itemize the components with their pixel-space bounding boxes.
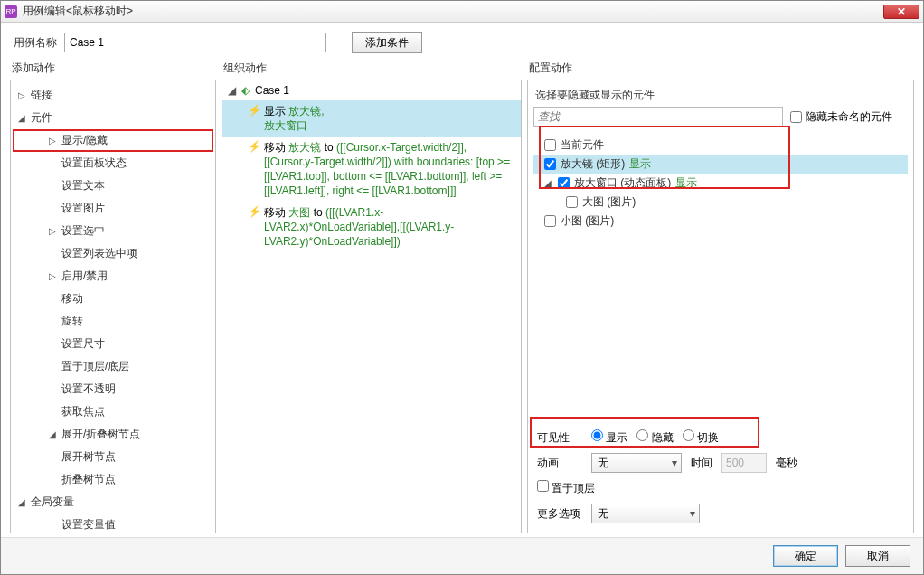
bring-top-toggle[interactable]: 置于顶层	[537, 480, 595, 496]
chevron-down-icon: ◢	[18, 497, 27, 507]
chevron-right-icon: ▷	[49, 271, 58, 281]
tree-set-var[interactable]: 设置变量值	[13, 514, 213, 533]
animation-row: 动画 无 时间 毫秒	[533, 449, 908, 476]
close-button[interactable]: ✕	[883, 5, 919, 19]
action-text: 显示 放大镜, 放大窗口	[264, 104, 515, 133]
organize-action-column: 组织动作 ◢ ⬖ Case 1 ⚡ 显示 放大镜, 放大窗口 ⚡ 移动 放大镜 …	[222, 59, 522, 533]
add-action-header: 添加动作	[10, 59, 216, 80]
configure-action-column: 配置动作 选择要隐藏或显示的元件 隐藏未命名的元件 当前元件	[527, 59, 914, 533]
tree-global-var[interactable]: ◢全局变量	[13, 491, 213, 514]
widget-magnifier[interactable]: 放大镜 (矩形) 显示	[533, 155, 908, 174]
chevron-right-icon: ▷	[49, 226, 58, 236]
more-options-label: 更多选项	[537, 506, 582, 522]
chevron-down-icon: ◢	[228, 84, 236, 97]
action-text: 移动 大图 to ([[(LVAR1.x-LVAR2.x)*OnLoadVari…	[264, 205, 515, 249]
widget-checkbox[interactable]	[558, 177, 570, 189]
chevron-down-icon: ◢	[18, 113, 27, 123]
more-options-select[interactable]: 无	[591, 504, 700, 523]
lightning-icon: ⚡	[248, 104, 259, 117]
bring-top-row: 置于顶层	[533, 476, 908, 500]
app-icon: RP	[5, 5, 17, 18]
widget-checkbox[interactable]	[544, 158, 556, 170]
tree-set-image[interactable]: 设置图片	[13, 197, 213, 220]
tree-set-size[interactable]: 设置尺寸	[13, 333, 213, 355]
chevron-right-icon: ▷	[49, 136, 58, 146]
widget-big-image[interactable]: 大图 (图片)	[533, 193, 908, 212]
hide-unnamed-checkbox[interactable]	[790, 111, 802, 123]
widget-current[interactable]: 当前元件	[533, 136, 908, 155]
time-input	[721, 453, 767, 473]
titlebar: RP 用例编辑<鼠标移动时> ✕	[1, 1, 923, 23]
action-text: 移动 放大镜 to ([[Cursor.x-Target.width/2]],[…	[264, 140, 515, 198]
tree-link[interactable]: ▷链接	[13, 84, 213, 107]
chevron-down-icon: ◢	[544, 178, 553, 188]
widget-small-image[interactable]: 小图 (图片)	[533, 212, 908, 231]
tree-set-text[interactable]: 设置文本	[13, 174, 213, 197]
visibility-row: 可见性 显示 隐藏 切换	[533, 426, 908, 449]
tree-collapse-tree[interactable]: 折叠树节点	[13, 468, 213, 491]
widget-checkbox[interactable]	[544, 139, 556, 151]
lightning-icon: ⚡	[248, 205, 259, 218]
tree-expand-collapse[interactable]: ◢展开/折叠树节点	[13, 423, 213, 446]
cancel-button[interactable]: 取消	[845, 545, 910, 567]
case-action-list[interactable]: ◢ ⬖ Case 1 ⚡ 显示 放大镜, 放大窗口 ⚡ 移动 放大镜 to ([…	[222, 80, 522, 533]
more-options-row: 更多选项 无	[533, 500, 908, 527]
time-label: 时间	[691, 456, 712, 471]
tree-panel-state[interactable]: 设置面板状态	[13, 152, 213, 174]
add-action-column: 添加动作 ▷链接 ◢元件 ▷显示/隐藏 设置面板状态 设置文本 设置图片 ▷设置…	[10, 59, 216, 533]
dialog-footer: 确定 取消	[1, 537, 923, 574]
dialog-window: RP 用例编辑<鼠标移动时> ✕ 用例名称 添加条件 添加动作 ▷链接 ◢元件 …	[0, 0, 924, 575]
animation-select[interactable]: 无	[591, 453, 682, 473]
radio-toggle[interactable]: 切换	[683, 429, 719, 446]
action-move-2[interactable]: ⚡ 移动 大图 to ([[(LVAR1.x-LVAR2.x)*OnLoadVa…	[222, 202, 521, 252]
tree-bring-front[interactable]: 置于顶层/底层	[13, 355, 213, 378]
tree-expand-tree[interactable]: 展开树节点	[13, 446, 213, 468]
tree-set-list-selected[interactable]: 设置列表选中项	[13, 242, 213, 265]
add-condition-button[interactable]: 添加条件	[352, 32, 422, 53]
case-name-input[interactable]	[64, 33, 326, 52]
radio-show[interactable]: 显示	[591, 429, 627, 446]
visibility-label: 可见性	[537, 430, 582, 446]
tree-enable-disable[interactable]: ▷启用/禁用	[13, 265, 213, 288]
config-subheader: 选择要隐藏或显示的元件	[533, 86, 908, 107]
hide-unnamed-toggle[interactable]: 隐藏未命名的元件	[790, 109, 892, 125]
radio-hide[interactable]: 隐藏	[636, 429, 673, 446]
widget-checkbox[interactable]	[544, 215, 556, 227]
chevron-right-icon: ▷	[18, 90, 27, 100]
tree-widget[interactable]: ◢元件	[13, 107, 213, 129]
case-name-row: 用例名称 添加条件	[1, 23, 923, 59]
lightning-icon: ⚡	[248, 140, 259, 153]
widget-checkbox[interactable]	[566, 196, 578, 208]
tree-rotate[interactable]: 旋转	[13, 310, 213, 333]
chevron-down-icon: ◢	[49, 429, 58, 439]
widget-search-input[interactable]	[533, 107, 783, 127]
animation-label: 动画	[537, 456, 582, 471]
tree-get-focus[interactable]: 获取焦点	[13, 401, 213, 423]
case-name-label: 用例名称	[14, 35, 57, 51]
action-move-1[interactable]: ⚡ 移动 放大镜 to ([[Cursor.x-Target.width/2]]…	[222, 137, 521, 202]
widget-window[interactable]: ◢ 放大窗口 (动态面板) 显示	[533, 174, 908, 193]
ms-label: 毫秒	[776, 456, 797, 471]
tree-show-hide[interactable]: ▷显示/隐藏	[13, 129, 213, 152]
tree-set-opacity[interactable]: 设置不透明	[13, 378, 213, 401]
ok-button[interactable]: 确定	[773, 545, 838, 567]
tree-set-selected[interactable]: ▷设置选中	[13, 220, 213, 242]
action-tree[interactable]: ▷链接 ◢元件 ▷显示/隐藏 设置面板状态 设置文本 设置图片 ▷设置选中 设置…	[10, 80, 216, 533]
case-node[interactable]: ◢ ⬖ Case 1	[222, 80, 521, 100]
window-title: 用例编辑<鼠标移动时>	[23, 4, 883, 19]
widget-tree[interactable]: 当前元件 放大镜 (矩形) 显示 ◢ 放大窗口 (动态面板)	[533, 132, 908, 420]
bring-top-checkbox[interactable]	[537, 480, 549, 492]
case-icon: ⬖	[241, 84, 250, 97]
configure-action-header: 配置动作	[527, 59, 914, 80]
tree-move[interactable]: 移动	[13, 288, 213, 310]
case-label: Case 1	[255, 84, 289, 97]
organize-action-header: 组织动作	[222, 59, 522, 80]
action-show[interactable]: ⚡ 显示 放大镜, 放大窗口	[222, 100, 521, 137]
